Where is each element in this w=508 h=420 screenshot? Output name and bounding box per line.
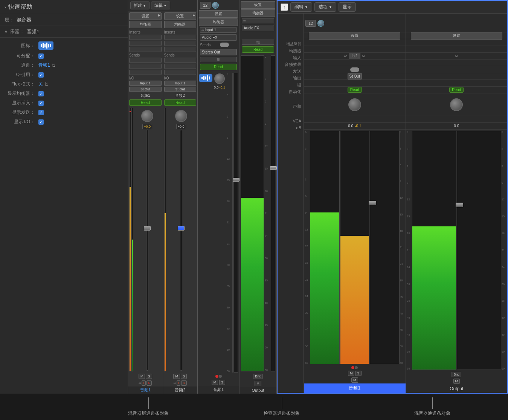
full-stout-btn-1[interactable]: St Out <box>348 73 362 79</box>
full-read-btn-2[interactable]: Read <box>449 87 464 93</box>
full-s-btn-1[interactable]: S <box>355 371 361 376</box>
insp-input-tag-2[interactable]: ∞ <box>242 18 274 23</box>
insp-eq-btn-1[interactable]: 均衡器 <box>199 18 238 26</box>
send-slot-1a[interactable] <box>129 58 162 63</box>
show-insert-checkbox[interactable] <box>38 101 44 106</box>
s-btn-1[interactable]: S <box>146 374 152 379</box>
full-settings-btn-2[interactable]: 设置 <box>411 32 502 40</box>
full-fader-handle-2[interactable] <box>456 203 463 207</box>
send-slot-2c[interactable] <box>164 70 197 75</box>
output-slot-1[interactable]: St Out <box>129 87 162 92</box>
insp-audio-fx-1[interactable]: Audio FX <box>200 34 237 41</box>
fader-handle-1[interactable] <box>144 226 151 231</box>
full-settings-btn-1[interactable]: 设置 <box>309 32 400 40</box>
back-button[interactable]: ↑ <box>281 3 288 11</box>
insp-read-btn-1[interactable]: Read <box>200 64 237 70</box>
insert-slot-1b[interactable] <box>129 41 162 46</box>
full-pan-knob-1[interactable] <box>348 98 361 111</box>
full-pan-knob-2[interactable] <box>450 98 463 111</box>
input-slot-2[interactable]: Input 1 <box>164 81 197 86</box>
channel-value[interactable]: 音频1 ⇅ <box>38 62 123 69</box>
insp-m-btn-1[interactable]: M <box>212 380 218 385</box>
show-sends-checkbox[interactable] <box>38 110 44 115</box>
ri-btn-1[interactable]: I <box>142 380 146 386</box>
send-slot-2a[interactable] <box>164 58 197 63</box>
insert-slot-2a[interactable] <box>164 35 197 40</box>
full-m-btn-1[interactable]: M <box>348 371 355 376</box>
full-bnc-btn[interactable]: Bnc <box>452 372 461 377</box>
insp-s-btn-1[interactable]: S <box>219 380 225 385</box>
insert-slot-1a[interactable] <box>129 35 162 40</box>
quick-help-arrow: › <box>5 5 6 10</box>
full-fader-track-1[interactable] <box>370 131 400 364</box>
full-options-button[interactable]: 选项 ▼ <box>314 2 336 12</box>
fader-track-2[interactable] <box>180 130 182 371</box>
full-ch1-circle[interactable] <box>317 20 324 27</box>
insp-settings-btn-2[interactable]: 设置 <box>241 1 275 9</box>
fader-handle-2[interactable] <box>178 226 185 231</box>
insert-slot-1c[interactable] <box>129 47 162 52</box>
ri-btn-2[interactable]: I <box>177 380 181 386</box>
full-m-btn-2[interactable]: M <box>453 379 460 384</box>
pan-knob-2[interactable] <box>175 110 187 122</box>
full-sends-toggle-1[interactable] <box>350 67 359 72</box>
insp-fader-track-2[interactable] <box>271 55 275 371</box>
settings-btn-1[interactable]: 设置 <box>129 12 162 20</box>
send-slot-1b[interactable] <box>129 64 162 69</box>
send-slot-2b[interactable] <box>164 64 197 69</box>
r-btn-1[interactable]: R <box>146 380 152 386</box>
full-fader-handle-1[interactable] <box>369 201 376 205</box>
inspector-channel-1: 12 设置 均衡器 ∞ Input 1 Audio FX <box>198 0 240 394</box>
bnc-btn[interactable]: Bnc <box>253 374 263 379</box>
settings-btn-2[interactable]: 设置 <box>164 12 197 20</box>
output-slot-2[interactable]: St Out <box>164 87 197 92</box>
insert-slot-2c[interactable] <box>164 47 197 52</box>
sends-toggle-1[interactable] <box>220 43 229 47</box>
full-m-btn-1b[interactable]: M <box>351 377 358 383</box>
assignable-checkbox[interactable] <box>38 53 44 59</box>
eq-btn-2[interactable]: 均衡器 <box>164 21 197 28</box>
group-slot-2[interactable]: 组 <box>242 40 274 45</box>
stereo-out-btn[interactable]: Stereo Out <box>200 49 237 55</box>
insp-fader-handle-2[interactable] <box>270 166 277 170</box>
insp-settings-btn-1[interactable]: 设置 <box>199 10 238 18</box>
full-ch1-audiofx-row <box>304 60 406 66</box>
full-edit-button[interactable]: 编辑 ▼ <box>290 2 312 12</box>
group-slot-1[interactable]: 组 <box>200 57 237 62</box>
pan-knob-1[interactable] <box>141 110 153 122</box>
quick-help-row[interactable]: › 快速帮助 <box>0 0 128 14</box>
insp-read-btn-2[interactable]: Read <box>242 46 274 53</box>
s-btn-2[interactable]: S <box>181 374 187 379</box>
insp-pan-knob-1[interactable] <box>214 73 225 84</box>
m-btn-1[interactable]: M <box>139 374 145 379</box>
chevron-down-icon: ∨ <box>5 29 8 34</box>
send-slot-1c[interactable] <box>129 70 162 75</box>
insp-m-btn-2[interactable]: M <box>255 381 261 386</box>
q-ref-checkbox[interactable] <box>38 72 44 78</box>
insp-fader-handle-1[interactable] <box>233 178 240 182</box>
read-btn-2[interactable]: Read <box>164 99 197 106</box>
new-button[interactable]: 新建 ▼ <box>130 2 150 9</box>
channel-circle-1[interactable] <box>212 2 219 9</box>
insp-eq-btn-2[interactable]: 均衡器 <box>241 9 275 17</box>
channel-settings-1: 设置 均衡器 <box>128 11 163 29</box>
fader-track-1[interactable] <box>146 130 148 371</box>
show-eq-checkbox[interactable] <box>38 91 44 96</box>
full-display-button[interactable]: 显示 <box>339 2 356 12</box>
input-slot-1[interactable]: Input 1 <box>129 81 162 86</box>
full-fader-track-2[interactable] <box>457 131 501 370</box>
show-io-checkbox[interactable] <box>38 119 44 125</box>
insp-fader-track-1[interactable] <box>233 73 238 373</box>
insp-audio-fx-2[interactable]: Audio FX <box>242 25 274 31</box>
read-btn-1[interactable]: Read <box>129 99 162 106</box>
insp-input-tag-1[interactable]: ∞ Input 1 <box>200 27 237 33</box>
full-read-btn-1[interactable]: Read <box>348 87 362 93</box>
r-btn-2[interactable]: R <box>181 380 187 386</box>
edit-button[interactable]: 编辑 ▼ <box>151 2 170 9</box>
eq-btn-1[interactable]: 均衡器 <box>129 21 162 28</box>
label-automation: 自动化 <box>278 88 304 95</box>
m-btn-2[interactable]: M <box>173 374 180 379</box>
insert-slot-2b[interactable] <box>164 41 197 46</box>
flex-value[interactable]: 关 ⇅ <box>38 81 123 87</box>
full-in1-btn[interactable]: In 1 <box>349 53 360 59</box>
